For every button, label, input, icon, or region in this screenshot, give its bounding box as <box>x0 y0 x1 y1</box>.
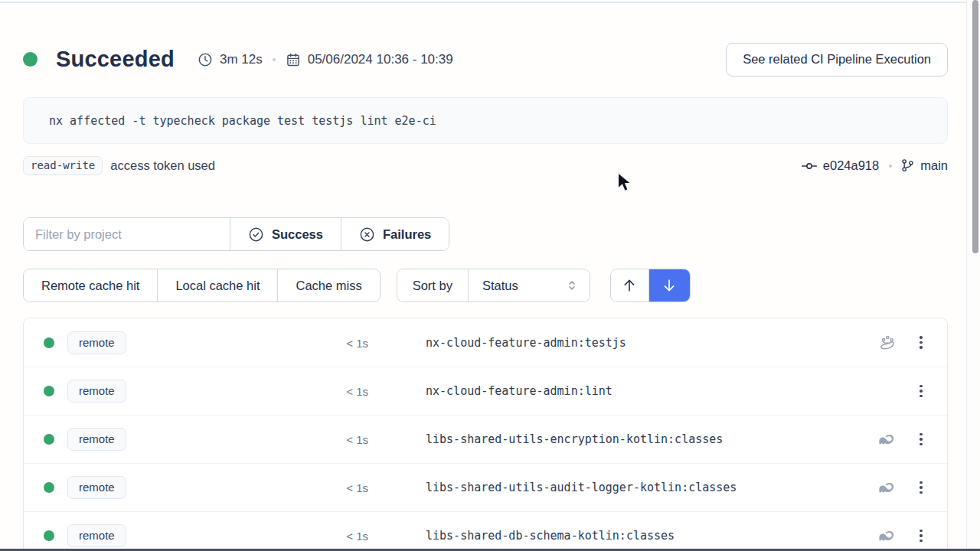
task-name[interactable]: nx-cloud-feature-admin:lint <box>426 384 612 398</box>
task-row[interactable]: remote < 1s nx-cloud-feature-admin:testj… <box>24 318 947 367</box>
run-date-range: 05/06/2024 10:36 - 10:39 <box>308 52 453 67</box>
arrow-down-icon <box>661 277 678 294</box>
task-name[interactable]: libs-shared-db-schema-kotlin:classes <box>426 529 675 543</box>
task-name[interactable]: libs-shared-utils-audit-logger-kotlin:cl… <box>426 481 737 494</box>
cache-source-badge: remote <box>67 331 126 354</box>
x-circle-icon <box>359 227 375 243</box>
page-title: Succeeded <box>56 47 175 72</box>
sort-descending-button[interactable] <box>648 269 690 302</box>
sort-direction-group <box>610 269 691 302</box>
sort-ascending-button[interactable] <box>611 269 648 302</box>
filter-failures-button[interactable]: Failures <box>341 218 449 250</box>
project-filter-group: Success Failures <box>23 217 449 251</box>
separator-dot <box>273 58 276 61</box>
status-dot <box>23 52 38 67</box>
run-duration: 3m 12s <box>220 52 263 67</box>
access-token-scope-badge: read-write <box>23 156 103 175</box>
check-circle-icon <box>248 227 264 243</box>
cache-miss-button[interactable]: Cache miss <box>277 269 379 302</box>
task-menu-kebab[interactable] <box>911 429 931 449</box>
success-label: Success <box>272 227 323 242</box>
scrollbar-thumb[interactable] <box>972 0 978 253</box>
run-command: nx affected -t typecheck package test te… <box>49 114 436 128</box>
gradle-icon <box>877 430 897 449</box>
task-status-dot <box>44 530 54 541</box>
local-cache-hit-button[interactable]: Local cache hit <box>157 269 277 302</box>
sort-by-label: Sort by <box>397 269 468 302</box>
failures-label: Failures <box>383 227 431 242</box>
task-status-dot <box>44 434 54 445</box>
clock-icon <box>198 52 213 67</box>
cache-source-badge: remote <box>67 524 126 547</box>
task-status-dot <box>44 337 54 348</box>
task-list: remote < 1s nx-cloud-feature-admin:testj… <box>23 318 948 551</box>
task-row[interactable]: remote < 1s libs-shared-utils-encryption… <box>24 415 947 463</box>
sort-group: Sort by Status <box>397 269 590 302</box>
task-menu-kebab[interactable] <box>911 333 931 353</box>
task-duration: < 1s <box>321 433 368 446</box>
git-commit-icon <box>801 158 818 174</box>
command-box: nx affected -t typecheck package test te… <box>23 97 948 144</box>
arrow-up-icon <box>621 277 638 294</box>
gradle-icon <box>877 527 897 546</box>
separator-dot <box>889 165 892 168</box>
task-menu-kebab[interactable] <box>911 526 931 546</box>
task-menu-kebab[interactable] <box>911 478 931 497</box>
task-name[interactable]: libs-shared-utils-encryption-kotlin:clas… <box>426 432 723 446</box>
git-branch-icon <box>900 158 915 173</box>
remote-cache-hit-button[interactable]: Remote cache hit <box>24 269 157 302</box>
filter-input-wrap <box>24 218 230 250</box>
cache-source-badge: remote <box>67 428 126 451</box>
task-row[interactable]: remote < 1s libs-shared-db-schema-kotlin… <box>24 511 947 551</box>
commit-sha[interactable]: e024a918 <box>823 158 879 173</box>
cache-source-badge: remote <box>67 476 126 499</box>
scrollbar-track[interactable] <box>966 0 980 551</box>
task-menu-kebab[interactable] <box>911 381 931 401</box>
branch-name[interactable]: main <box>920 158 948 173</box>
sort-selected-value: Status <box>482 279 518 293</box>
task-status-dot <box>44 386 54 396</box>
filter-by-project-input[interactable] <box>24 227 230 242</box>
sort-field-select[interactable]: Status <box>468 269 590 302</box>
task-row[interactable]: remote < 1s nx-cloud-feature-admin:lint <box>24 367 947 415</box>
task-duration: < 1s <box>321 481 368 494</box>
task-duration: < 1s <box>321 336 368 349</box>
gradle-icon <box>877 478 897 497</box>
filter-success-button[interactable]: Success <box>230 218 341 250</box>
task-duration: < 1s <box>321 385 368 398</box>
calendar-icon <box>286 52 301 67</box>
task-row[interactable]: remote < 1s libs-shared-utils-audit-logg… <box>24 463 947 511</box>
vcs-info: e024a918 main <box>801 158 948 174</box>
run-status-header: Succeeded 3m 12s 05/06/2024 10:36 - 10:3… <box>23 42 948 77</box>
task-duration: < 1s <box>321 530 368 543</box>
chevron-up-down-icon <box>565 279 579 292</box>
task-name[interactable]: nx-cloud-feature-admin:testjs <box>426 336 626 350</box>
cache-filter-group: Remote cache hit Local cache hit Cache m… <box>23 269 381 302</box>
access-token-text: access token used <box>110 158 215 173</box>
cache-source-badge: remote <box>67 380 126 403</box>
jest-icon <box>878 334 897 352</box>
see-related-ci-pipeline-button[interactable]: See related CI Pipeline Execution <box>726 43 948 77</box>
task-status-dot <box>44 482 54 493</box>
